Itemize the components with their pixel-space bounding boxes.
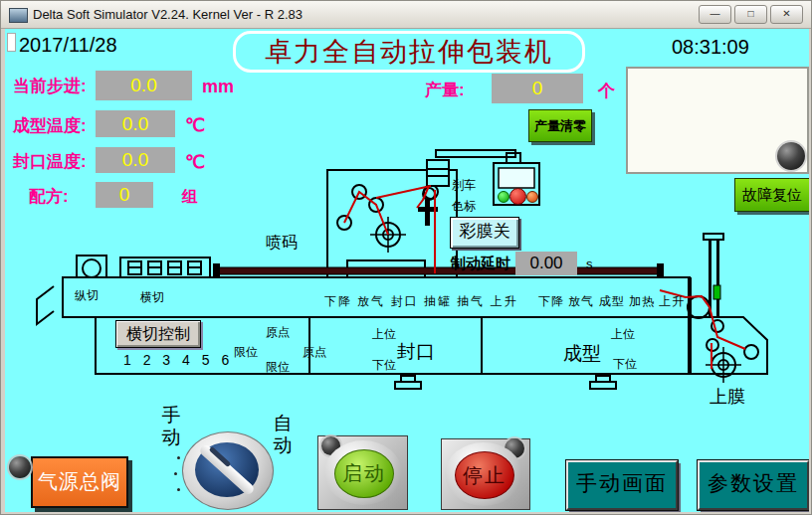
color-mark-label: 色标 <box>452 198 476 215</box>
field-step-value: 0.0 <box>96 71 192 100</box>
production-clear-button[interactable]: 产量清零 <box>528 109 592 142</box>
limit-label-b: 限位 <box>266 359 290 376</box>
inkjet-label: 喷码 <box>266 233 298 254</box>
upper-film-label: 上膜 <box>710 385 745 409</box>
form-station-label: 成型 <box>563 341 601 367</box>
fault-reset-button[interactable]: 故障复位 <box>734 178 809 212</box>
mode-selector-switch[interactable] <box>182 431 274 510</box>
manual-mode-label: 手动 <box>160 405 182 448</box>
station-numbers-label: 1 2 3 4 5 6 <box>123 352 233 368</box>
origin-label-a: 原点 <box>266 324 290 341</box>
brake-delay-label: 制动延时 <box>451 255 510 273</box>
form-lower-label: 下位 <box>613 356 637 373</box>
production-value: 0 <box>492 74 583 103</box>
app-window: Delta Soft Simulator V2.24. Kernel Ver -… <box>0 0 812 515</box>
close-button[interactable]: ✕ <box>770 5 803 24</box>
green-indicator-light <box>498 191 509 203</box>
knob-ball-icon <box>777 142 805 170</box>
field-recipe-label: 配方: <box>29 185 69 208</box>
date-display: 2017/11/28 <box>19 34 117 57</box>
red-indicator-light <box>509 188 526 205</box>
window-title: Delta Soft Simulator V2.24. Kernel Ver -… <box>33 7 303 22</box>
cross-cut-control-button[interactable]: 横切控制 <box>115 320 201 348</box>
cross-cut-label: 横切 <box>140 289 164 306</box>
limit-label-a: 限位 <box>234 344 258 361</box>
field-recipe-value[interactable]: 0 <box>96 182 153 208</box>
field-form-temp-unit: ℃ <box>185 114 205 136</box>
seal-upper-label: 上位 <box>372 326 396 343</box>
field-step-unit: mm <box>202 77 234 97</box>
film-toggle-button[interactable]: 彩膜关 <box>450 217 519 249</box>
field-step-label: 当前步进: <box>13 75 87 97</box>
form-sequence-label: 下降 放气 成型 加热 上升 <box>538 293 685 310</box>
parameter-settings-button[interactable]: 参数设置 <box>698 460 809 510</box>
minimize-button[interactable]: — <box>699 5 731 24</box>
manual-screen-button[interactable]: 手动画面 <box>566 460 678 510</box>
air-valve-button[interactable]: 气源总阀 <box>31 456 128 508</box>
field-seal-temp-label: 封口温度: <box>13 150 87 173</box>
orange-indicator-light <box>526 191 538 203</box>
air-valve-ball-icon <box>9 456 31 478</box>
longitudinal-cut-label: 纵切 <box>75 287 99 304</box>
start-button[interactable]: 启动 <box>334 449 394 498</box>
field-recipe-unit: 组 <box>182 187 198 208</box>
origin-label-b: 原点 <box>303 344 326 361</box>
seal-station-label: 封口 <box>397 339 435 365</box>
brake-delay-value[interactable]: 0.00 <box>515 252 577 275</box>
brake-label: 刹车 <box>452 177 476 194</box>
time-display: 08:31:09 <box>672 36 749 59</box>
field-form-temp-value: 0.0 <box>96 110 175 137</box>
production-label: 产量: <box>425 79 465 101</box>
seal-sequence-label: 下降 放气 封口 抽罐 抽气 上升 <box>324 293 518 310</box>
brake-delay-unit: s <box>586 257 593 271</box>
field-form-temp-label: 成型温度: <box>13 114 87 137</box>
seal-lower-label: 下位 <box>372 357 396 374</box>
form-upper-label: 上位 <box>611 326 635 343</box>
screen-corner-tab <box>7 33 16 52</box>
auto-mode-label: 自动 <box>272 413 294 456</box>
production-unit: 个 <box>598 80 615 102</box>
machine-title: 卓力全自动拉伸包装机 <box>233 31 585 73</box>
hmi-screen: 2017/11/28 卓力全自动拉伸包装机 08:31:09 当前步进: 0.0… <box>5 29 809 512</box>
stop-button[interactable]: 停止 <box>455 451 514 499</box>
field-seal-temp-unit: ℃ <box>185 151 205 173</box>
field-seal-temp-value: 0.0 <box>96 147 175 173</box>
window-titlebar: Delta Soft Simulator V2.24. Kernel Ver -… <box>1 1 811 29</box>
app-icon <box>9 8 28 23</box>
maximize-button[interactable]: □ <box>734 5 767 24</box>
